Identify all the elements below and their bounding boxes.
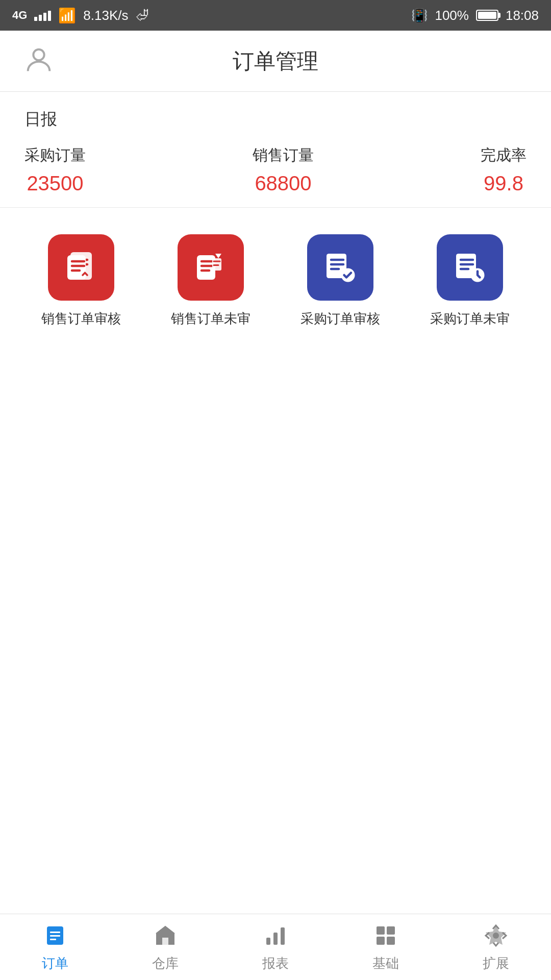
svg-rect-16 <box>273 933 278 945</box>
svg-rect-20 <box>377 937 385 945</box>
sales-order-audit-label: 销售订单审核 <box>41 310 121 328</box>
svg-rect-18 <box>377 926 385 935</box>
daily-report-section: 日报 采购订量 23500 销售订量 68800 完成率 99.8 <box>0 92 551 207</box>
nav-item-warehouse[interactable]: 仓库 <box>110 914 220 980</box>
speed-indicator: 8.13K/s <box>83 8 128 23</box>
svg-point-22 <box>493 933 499 939</box>
stat-completion-rate: 完成率 99.8 <box>481 145 527 195</box>
status-bar: 4G 📶 8.13K/s ⮰ 📳 100% 18:08 <box>0 0 551 31</box>
stats-row: 采购订量 23500 销售订量 68800 完成率 99.8 <box>24 145 527 195</box>
svg-point-0 <box>33 49 44 60</box>
svg-rect-17 <box>281 927 285 945</box>
sales-order-value: 68800 <box>255 172 311 195</box>
svg-rect-3 <box>67 255 86 280</box>
purchase-order-label: 采购订量 <box>24 145 86 166</box>
clock: 18:08 <box>506 8 539 23</box>
sales-order-unaudit-item[interactable]: 销售订单未审 <box>146 234 276 328</box>
page-title: 订单管理 <box>233 47 318 76</box>
completion-rate-label: 完成率 <box>481 145 527 166</box>
purchase-order-unaudit-icon-box <box>437 234 503 301</box>
main-content: 订单管理 日报 采购订量 23500 销售订量 68800 完成率 99.8 <box>0 31 551 914</box>
purchase-order-unaudit-icon <box>452 249 488 286</box>
warehouse-nav-label: 仓库 <box>152 954 179 972</box>
warehouse-nav-icon <box>152 922 179 949</box>
purchase-order-audit-item[interactable]: 采购订单审核 <box>276 234 405 328</box>
sales-order-audit-icon-box <box>48 234 114 301</box>
wifi-icon: 📶 <box>58 7 76 24</box>
svg-rect-12 <box>50 935 60 937</box>
sales-order-unaudit-icon-box <box>178 234 244 301</box>
sales-order-audit-item[interactable]: 销售订单审核 <box>16 234 146 328</box>
purchase-order-value: 23500 <box>27 172 83 195</box>
sales-order-unaudit-icon <box>192 249 229 286</box>
signal-icon <box>34 10 51 21</box>
status-right: 📳 100% 18:08 <box>411 8 539 23</box>
vibrate-icon: 📳 <box>411 8 428 23</box>
svg-rect-13 <box>50 939 56 940</box>
purchase-order-audit-icon <box>322 249 359 286</box>
completion-rate-value: 99.8 <box>484 172 523 195</box>
svg-rect-14 <box>162 938 168 945</box>
report-nav-label: 报表 <box>262 954 289 972</box>
sales-order-label: 销售订量 <box>253 145 314 166</box>
order-nav-label: 订单 <box>42 954 68 972</box>
usb-icon: ⮰ <box>136 8 149 23</box>
nav-item-report[interactable]: 报表 <box>220 914 331 980</box>
battery-icon <box>476 10 498 21</box>
purchase-order-audit-icon-box <box>307 234 373 301</box>
purchase-order-unaudit-label: 采购订单未审 <box>430 310 510 328</box>
report-nav-icon <box>262 922 289 949</box>
svg-rect-19 <box>387 926 395 935</box>
icons-grid: 销售订单审核 销售订单未审 <box>0 208 551 328</box>
order-nav-icon <box>41 922 69 949</box>
purchase-order-unaudit-item[interactable]: 采购订单未审 <box>405 234 535 328</box>
stat-purchase-order: 采购订量 23500 <box>24 145 86 195</box>
nav-item-extend[interactable]: 扩展 <box>441 914 551 980</box>
svg-rect-15 <box>266 938 270 945</box>
status-left: 4G 📶 8.13K/s ⮰ <box>12 7 149 24</box>
svg-rect-21 <box>387 937 395 945</box>
stat-sales-order: 销售订量 68800 <box>253 145 314 195</box>
daily-label: 日报 <box>24 108 527 131</box>
nav-item-basic[interactable]: 基础 <box>331 914 441 980</box>
basic-nav-label: 基础 <box>372 954 399 972</box>
network-type: 4G <box>12 9 27 22</box>
avatar-button[interactable] <box>18 41 59 82</box>
sales-order-unaudit-label: 销售订单未审 <box>171 310 251 328</box>
purchase-order-audit-label: 采购订单审核 <box>300 310 380 328</box>
basic-nav-icon <box>372 922 399 949</box>
user-icon <box>22 44 55 79</box>
bottom-nav: 订单 仓库 报表 <box>0 914 551 980</box>
battery-percent: 100% <box>435 8 469 23</box>
extend-nav-icon <box>482 922 510 949</box>
extend-nav-label: 扩展 <box>483 954 509 972</box>
nav-item-order[interactable]: 订单 <box>0 914 110 980</box>
header: 订单管理 <box>0 31 551 92</box>
svg-rect-11 <box>50 932 60 933</box>
sales-order-audit-icon <box>63 249 99 286</box>
